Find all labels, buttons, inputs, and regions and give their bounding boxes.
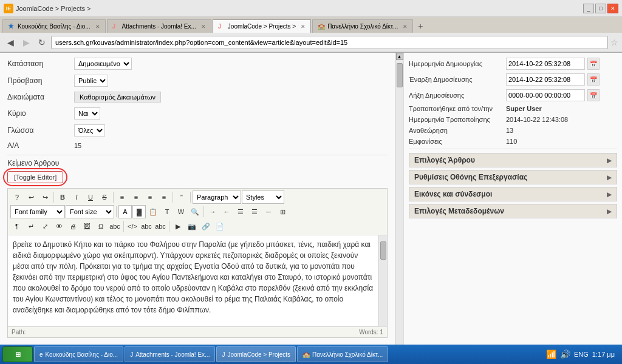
start-button[interactable]: ⊞	[2, 346, 33, 362]
code-button[interactable]: </>	[126, 220, 139, 233]
new-tab-button[interactable]: +	[414, 19, 426, 33]
tab-3[interactable]: J JoomlaCode > Projects > ✕	[213, 19, 311, 33]
screen-settings-arrow: ▶	[607, 174, 612, 181]
nonbreak-button[interactable]: ↵	[24, 220, 38, 233]
preview-button[interactable]: 👁	[52, 220, 66, 233]
aa-label: Α/Α	[7, 141, 74, 150]
redo-button[interactable]: ↪	[38, 190, 52, 204]
publish-start-cal-button[interactable]: 📅	[587, 73, 600, 86]
dikaiwmata-button[interactable]: Καθορισμός Δικαιωμάτων	[74, 92, 161, 103]
abbr-button[interactable]: abc	[108, 220, 121, 233]
publish-end-input[interactable]	[506, 89, 585, 101]
bold-button[interactable]: B	[56, 190, 69, 204]
font-size-select[interactable]: Font size	[66, 205, 114, 218]
katastasi-select[interactable]: Δημοσιευμένο	[74, 58, 132, 70]
find-button[interactable]: 🔍	[188, 205, 202, 218]
screen-settings-section[interactable]: Ρυθμίσεις Οθόνης Επεξεργασίας ▶	[409, 170, 617, 184]
italic-button[interactable]: I	[70, 190, 83, 204]
spellcheck-button[interactable]: abc	[154, 220, 167, 233]
tab-2[interactable]: J Attachments - Joomla! Ex... ✕	[107, 19, 211, 33]
paste-text-button[interactable]: T	[160, 205, 174, 218]
styles-select[interactable]: Styles	[242, 190, 284, 204]
publish-start-field: 📅	[506, 73, 600, 86]
pilcrow-button[interactable]: ¶	[10, 220, 24, 233]
tab-4-close[interactable]: ✕	[403, 24, 408, 30]
taskbar-item-4[interactable]: 🏫 Πανελλήνιο Σχολικό Δίκτ...	[297, 346, 388, 362]
help-button[interactable]: ?	[10, 190, 24, 204]
joomla-article-button[interactable]: 📄	[213, 220, 227, 233]
blockquote-button[interactable]: "	[175, 190, 188, 204]
tab-1-close[interactable]: ✕	[95, 24, 100, 30]
scroll-thumb	[397, 63, 403, 87]
editor-scrollbar[interactable]	[378, 235, 387, 326]
font-family-select[interactable]: Font family	[10, 205, 65, 218]
outdent-button[interactable]: ←	[220, 205, 233, 218]
images-links-section[interactable]: Εικόνες και σύνδεσμοι ▶	[409, 187, 617, 201]
hr-button[interactable]: ─	[262, 205, 275, 218]
image-button[interactable]: 🖼	[80, 220, 94, 233]
creation-date-label: Ημερομηνία Δημιουργίας	[409, 60, 506, 67]
creation-date-field: 📅	[506, 58, 600, 70]
scroll-up-button[interactable]: ▲	[396, 53, 403, 60]
forward-button[interactable]: ▶	[19, 36, 33, 49]
browser-icon: IE	[4, 4, 13, 13]
print-button[interactable]: 🖨	[66, 220, 80, 233]
kyrio-select[interactable]: Ναι	[74, 107, 100, 120]
publish-end-cal-button[interactable]: 📅	[587, 89, 600, 101]
taskbar-item-3[interactable]: J JoomlaCode > Projects	[216, 346, 296, 362]
tab-4[interactable]: 🏫 Πανελλήνιο Σχολικό Δίκτ... ✕	[312, 19, 413, 33]
taskbar-item-2[interactable]: J Attachments - Joomla! Ex...	[125, 346, 215, 362]
editor-content[interactable]: βρείτε το Δημοτικό Κήπο και το πάρκο του…	[8, 235, 378, 326]
sep-4	[190, 192, 191, 203]
form-scrollbar[interactable]: ▲ ▼	[395, 53, 403, 364]
media-button[interactable]: ▶	[171, 220, 185, 233]
align-center-button[interactable]: ≡	[129, 190, 143, 204]
prosvasi-select[interactable]: Public	[74, 75, 108, 87]
maximize-button[interactable]: □	[595, 4, 606, 13]
paragraph-select[interactable]: Paragraph	[193, 190, 241, 204]
creation-date-cal-button[interactable]: 📅	[587, 58, 600, 70]
toggle-editor-button[interactable]: [Toggle Editor]	[7, 171, 63, 183]
paste-word-button[interactable]: W	[174, 205, 188, 218]
article-options-section[interactable]: Επιλογές Άρθρου ▶	[409, 153, 617, 167]
back-button[interactable]: ◀	[4, 36, 17, 49]
close-button[interactable]: ✕	[607, 4, 618, 13]
publish-start-input[interactable]	[506, 73, 585, 86]
ol-button[interactable]: ☰	[248, 205, 261, 218]
tab-1[interactable]: ★ Κουκούδης Βασίλης - Διο... ✕	[2, 19, 106, 33]
main-area: Κατάσταση Δημοσιευμένο Πρόσβαση Public Δ…	[0, 53, 622, 364]
strikethrough-button[interactable]: S	[98, 190, 111, 204]
address-input[interactable]	[51, 36, 608, 49]
taskbar-item-1[interactable]: e Κουκούδης Βασίλης - Διο...	[34, 346, 123, 362]
editor-container: ? ↩ ↪ B I U S ≡ ≡ ≡ ≡ "	[7, 188, 388, 338]
ul-button[interactable]: ☰	[234, 205, 247, 218]
joomla-link-button[interactable]: 🔗	[199, 220, 213, 233]
glwssa-select[interactable]: Όλες	[74, 124, 105, 136]
align-right-button[interactable]: ≡	[143, 190, 157, 204]
align-left-button[interactable]: ≡	[115, 190, 129, 204]
joomla-image-button[interactable]: 📷	[185, 220, 199, 233]
indent-button[interactable]: →	[206, 205, 219, 218]
taskbar-item-3-label: JoomlaCode > Projects	[227, 351, 290, 358]
undo-button[interactable]: ↩	[24, 190, 38, 204]
metadata-section[interactable]: Επιλογές Μεταδεδομένων ▶	[409, 204, 617, 218]
underline-button[interactable]: U	[84, 190, 97, 204]
glwssa-label: Γλώσσα	[7, 126, 74, 135]
paste-button[interactable]: 📋	[146, 205, 160, 218]
metadata-arrow: ▶	[607, 208, 612, 215]
minimize-button[interactable]: _	[583, 4, 594, 13]
table-button[interactable]: ⊞	[276, 205, 289, 218]
creation-date-input[interactable]	[506, 58, 585, 70]
tab-3-close[interactable]: ✕	[301, 24, 306, 30]
text-color-button[interactable]: A	[118, 205, 132, 218]
format-button[interactable]: abc	[140, 220, 153, 233]
refresh-button[interactable]: ↻	[35, 36, 49, 49]
bookmark-icon[interactable]: ☆	[610, 38, 618, 47]
bg-color-button[interactable]: ▓	[132, 205, 146, 218]
prosvasi-label: Πρόσβαση	[7, 76, 74, 85]
title-bar-left: IE JoomlaCode > Projects >	[4, 4, 91, 13]
resize-button[interactable]: ⤢	[38, 220, 52, 233]
charmap-button[interactable]: Ω	[94, 220, 108, 233]
tab-2-close[interactable]: ✕	[201, 24, 206, 30]
align-justify-button[interactable]: ≡	[157, 190, 171, 204]
